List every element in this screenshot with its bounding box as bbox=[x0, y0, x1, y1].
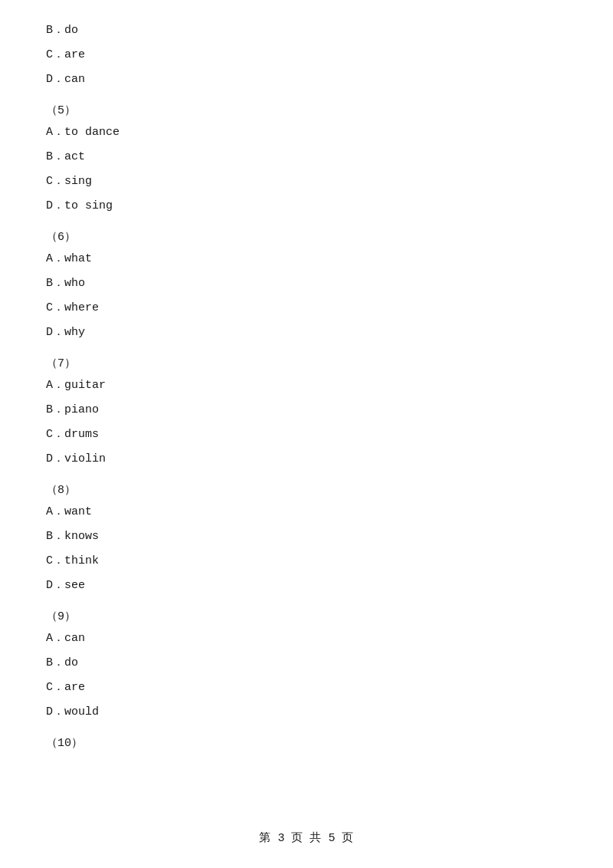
question-5-label: （5） bbox=[46, 103, 567, 117]
q8-option-c: C．think bbox=[46, 552, 567, 570]
q8-option-a: A．want bbox=[46, 503, 567, 521]
q5-option-a: A．to dance bbox=[46, 123, 567, 142]
q6-option-d: D．why bbox=[46, 324, 567, 342]
question-9-label: （9） bbox=[46, 609, 567, 623]
q9-option-d: D．would bbox=[46, 703, 567, 722]
q6-option-b: B．who bbox=[46, 275, 567, 293]
q8-option-b: B．knows bbox=[46, 528, 567, 546]
question-6-label: （6） bbox=[46, 229, 567, 244]
q9-option-c: C．are bbox=[46, 679, 567, 697]
option-b-do: B．do bbox=[46, 21, 567, 40]
q6-option-a: A．what bbox=[46, 250, 567, 268]
question-7-label: （7） bbox=[46, 356, 567, 370]
option-c-are: C．are bbox=[46, 46, 567, 64]
q9-option-a: A．can bbox=[46, 630, 567, 648]
page-footer: 第 3 页 共 5 页 bbox=[0, 830, 613, 845]
q5-option-b: B．act bbox=[46, 148, 567, 166]
option-d-can: D．can bbox=[46, 71, 567, 89]
q7-option-d: D．violin bbox=[46, 450, 567, 469]
q7-option-a: A．guitar bbox=[46, 376, 567, 395]
question-10-label: （10） bbox=[46, 735, 567, 750]
q6-option-c: C．where bbox=[46, 299, 567, 317]
q7-option-c: C．drums bbox=[46, 426, 567, 444]
q9-option-b: B．do bbox=[46, 654, 567, 672]
page-content: B．do C．are D．can （5） A．to dance B．act C．… bbox=[0, 0, 613, 801]
q8-option-d: D．see bbox=[46, 577, 567, 595]
question-8-label: （8） bbox=[46, 482, 567, 497]
footer-text: 第 3 页 共 5 页 bbox=[259, 832, 353, 845]
q7-option-b: B．piano bbox=[46, 401, 567, 419]
q5-option-d: D．to sing bbox=[46, 197, 567, 215]
q5-option-c: C．sing bbox=[46, 173, 567, 191]
